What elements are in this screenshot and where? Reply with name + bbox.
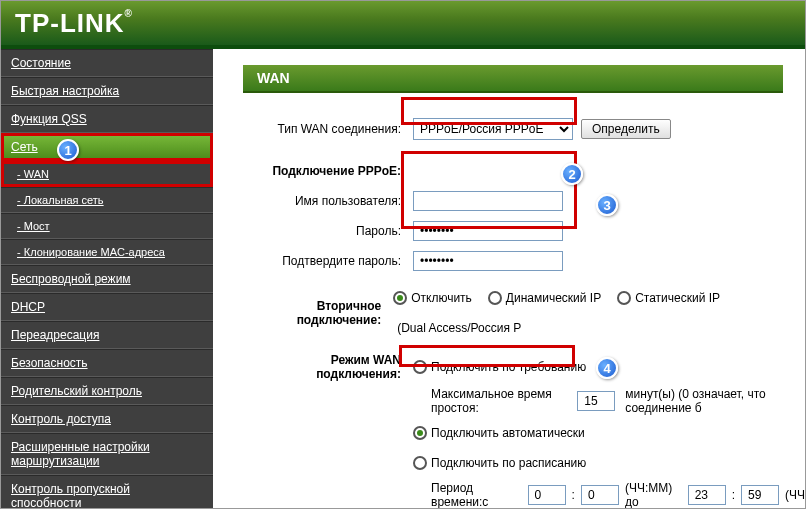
pppoe-section-label: Подключение PPPoE:: [243, 164, 413, 178]
password-label: Пароль:: [243, 224, 413, 238]
nav-bridge[interactable]: - Мост: [1, 213, 213, 239]
radio-disable[interactable]: Отключить: [393, 291, 472, 305]
wan-type-select[interactable]: PPPoE/Россия PPPoE: [413, 118, 573, 140]
hhmm-note: (ЧЧ:ММ) до: [625, 481, 682, 508]
marker-4: 4: [596, 357, 618, 379]
wan-type-label: Тип WAN соединения:: [243, 122, 413, 136]
radio-auto[interactable]: Подключить автоматически: [413, 426, 585, 440]
dual-access-note: (Dual Access/Россия P: [397, 321, 521, 335]
secondary-conn-label: Вторичное подключение:: [243, 299, 393, 327]
confirm-password-input[interactable]: [413, 251, 563, 271]
time-from-m[interactable]: [581, 485, 619, 505]
detect-button[interactable]: Определить: [581, 119, 671, 139]
logo: TP-LINK®: [15, 8, 133, 39]
nav-quick-setup[interactable]: Быстрая настройка: [1, 77, 213, 105]
nav-parental[interactable]: Родительский контроль: [1, 377, 213, 405]
nav-status[interactable]: Состояние: [1, 49, 213, 77]
nav-wireless[interactable]: Беспроводной режим: [1, 265, 213, 293]
nav-wan[interactable]: - WAN: [1, 161, 213, 187]
marker-2: 2: [561, 163, 583, 185]
nav-forwarding[interactable]: Переадресация: [1, 321, 213, 349]
nav-bandwidth[interactable]: Контроль пропускной способности: [1, 475, 213, 508]
username-label: Имя пользователя:: [243, 194, 413, 208]
nav-routing[interactable]: Расширенные настройки маршрутизации: [1, 433, 213, 475]
radio-icon: [393, 291, 407, 305]
radio-schedule[interactable]: Подключить по расписанию: [413, 456, 586, 470]
confirm-password-label: Подтвердите пароль:: [243, 254, 413, 268]
nav-dhcp[interactable]: DHCP: [1, 293, 213, 321]
page-title: WAN: [243, 65, 783, 93]
nav-mac-clone[interactable]: - Клонирование MAC-адреса: [1, 239, 213, 265]
username-input[interactable]: [413, 191, 563, 211]
hhmm-note2: (ЧЧ: [785, 488, 805, 502]
radio-on-demand[interactable]: Подключить по требованию: [413, 360, 586, 374]
idle-suffix: минут(ы) (0 означает, что соединение б: [625, 387, 805, 415]
idle-label: Максимальное время простоя:: [431, 387, 571, 415]
header: TP-LINK®: [1, 1, 805, 49]
marker-1: 1: [57, 139, 79, 161]
radio-icon: [413, 426, 427, 440]
sidebar: Состояние Быстрая настройка Функция QSS …: [1, 49, 213, 508]
time-from-h[interactable]: [528, 485, 566, 505]
password-input[interactable]: [413, 221, 563, 241]
nav-security[interactable]: Безопасность: [1, 349, 213, 377]
idle-time-input[interactable]: [577, 391, 615, 411]
radio-icon: [488, 291, 502, 305]
wan-mode-label: Режим WAN подключения:: [243, 353, 413, 381]
nav-network[interactable]: Сеть: [1, 133, 213, 161]
nav-access[interactable]: Контроль доступа: [1, 405, 213, 433]
nav-lan[interactable]: - Локальная сеть: [1, 187, 213, 213]
period-label: Период времени:с: [431, 481, 522, 508]
radio-icon: [413, 360, 427, 374]
radio-icon: [617, 291, 631, 305]
radio-staticip[interactable]: Статический IP: [617, 291, 720, 305]
nav-qss[interactable]: Функция QSS: [1, 105, 213, 133]
radio-dynip[interactable]: Динамический IP: [488, 291, 601, 305]
marker-3: 3: [596, 194, 618, 216]
time-to-m[interactable]: [741, 485, 779, 505]
time-to-h[interactable]: [688, 485, 726, 505]
radio-icon: [413, 456, 427, 470]
main-content: WAN Тип WAN соединения: PPPoE/Россия PPP…: [213, 49, 805, 508]
